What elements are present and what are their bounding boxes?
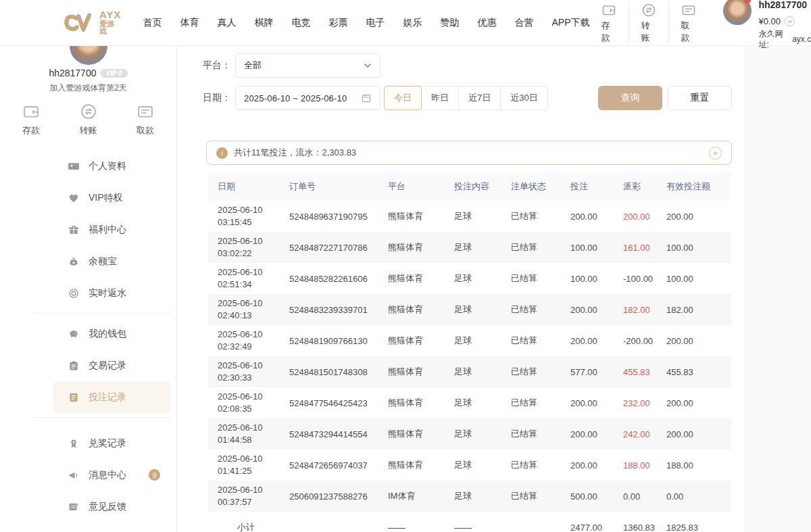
balance-dropdown-icon[interactable]: [785, 16, 795, 26]
cell-order: 5248485282261606: [284, 274, 383, 284]
cell-content: 足球: [449, 397, 506, 409]
cell-valid: 200.00: [661, 398, 731, 408]
sidebar-quick-actions: 存款转账取款: [0, 102, 176, 137]
brand-logo[interactable]: AYX 爱游戏: [64, 9, 121, 36]
cell-order: 5248483239339701: [284, 305, 383, 315]
query-button[interactable]: 查询: [598, 86, 662, 110]
sidebar-item-prize[interactable]: 兑奖记录: [53, 427, 171, 459]
cell-date: 2025-06-1003:15:45: [208, 204, 284, 228]
nav-item-0[interactable]: 首页: [143, 17, 162, 29]
cell-bet: 200.00: [565, 429, 618, 439]
date-range-value: 2025-06-10 ~ 2025-06-10: [244, 93, 361, 103]
sidebar-item-bet-record[interactable]: 投注记录: [53, 381, 171, 413]
sidebar-item-megaphone[interactable]: 消息中心9: [53, 459, 171, 491]
reset-button[interactable]: 重置: [668, 86, 732, 110]
bet-records-table: 日期订单号平台投注内容注单状态投注派彩有效投注额 2025-06-1003:15…: [208, 172, 731, 532]
sidebar-item-feedback[interactable]: 意见反馈: [53, 491, 171, 523]
nav-item-3[interactable]: 棋牌: [254, 17, 273, 29]
cell-platform: 熊猫体育: [383, 428, 449, 440]
sidebar-menu-group-1: 我的钱包交易记录投注记录: [53, 318, 171, 413]
platform-select[interactable]: 全部: [235, 53, 380, 78]
cell-date: 2025-06-1001:41:25: [208, 453, 284, 477]
page: AYX 爱游戏 首页体育真人棋牌电竞彩票电子娱乐赞助优惠合营APP下载 存款转账…: [0, 0, 811, 532]
nav-item-6[interactable]: 电子: [366, 17, 385, 29]
cell-valid: 200.00: [661, 212, 731, 222]
sidebar-item-id-card[interactable]: 个人资料: [53, 150, 171, 182]
cell-content: 足球: [449, 272, 506, 285]
profile-vip-badge: VIP 0: [100, 69, 127, 78]
cell-payout: 161.00: [618, 243, 661, 253]
cell-payout: 232.00: [618, 398, 661, 408]
date-quick-range-group: 今日昨日近7日近30日: [384, 86, 548, 110]
cell-payout: 188.00: [618, 460, 661, 470]
expand-icon[interactable]: +: [709, 147, 722, 160]
sidebar-quick-label: 存款: [22, 124, 40, 137]
range-button-3[interactable]: 近30日: [500, 86, 547, 110]
sidebar-item-transaction[interactable]: 交易记录: [53, 349, 171, 381]
nav-item-4[interactable]: 电竞: [291, 17, 310, 29]
sidebar-item-money-bag[interactable]: 余额宝: [53, 245, 171, 277]
nav-item-9[interactable]: 优惠: [477, 17, 496, 29]
header-action-withdraw[interactable]: 取款: [668, 2, 708, 44]
sidebar: hh2817700 VIP 0 加入爱游戏体育第2天 存款转账取款 个人资料VI…: [0, 46, 177, 532]
range-button-1[interactable]: 昨日: [421, 86, 459, 110]
cell-valid: 0.00: [661, 491, 731, 502]
rebate-icon: [68, 287, 80, 299]
wallet-icon: [68, 328, 80, 340]
table-body: 2025-06-1003:15:455248489637190795熊猫体育足球…: [208, 201, 731, 512]
withdraw-icon: [681, 2, 697, 18]
nav-item-1[interactable]: 体育: [180, 17, 199, 29]
brand-logo-icon: [64, 12, 95, 34]
cell-payout: -100.00: [618, 274, 661, 284]
header-action-transfer[interactable]: 转账: [629, 2, 668, 44]
cell-status: 已结算: [506, 490, 565, 502]
nav-item-5[interactable]: 彩票: [328, 17, 347, 29]
platform-select-value: 全部: [244, 59, 364, 72]
money-bag-icon: [68, 256, 80, 268]
sidebar-quick-deposit[interactable]: 存款: [22, 102, 41, 137]
cell-valid: 188.00: [661, 460, 731, 470]
sidebar-quick-transfer[interactable]: 转账: [79, 102, 98, 137]
cell-bet: 200.00: [565, 460, 618, 470]
subtotal-row: 小计 —— —— 2477.00 1360.83 1825.83: [208, 512, 731, 532]
sidebar-item-gift[interactable]: 福利中心: [53, 214, 171, 245]
cell-date: 2025-06-1002:40:13: [208, 297, 284, 322]
user-avatar[interactable]: [723, 0, 752, 25]
range-button-0[interactable]: 今日: [384, 86, 422, 110]
nav-item-8[interactable]: 赞助: [440, 17, 459, 29]
nav-item-11[interactable]: APP下载: [551, 17, 589, 29]
cell-status: 已结算: [506, 459, 565, 471]
nav-item-10[interactable]: 合营: [514, 17, 533, 29]
cell-bet: 200.00: [565, 305, 618, 315]
cell-platform: 熊猫体育: [383, 366, 449, 378]
subtotal-label: 小计: [208, 521, 284, 532]
cell-bet: 200.00: [565, 398, 618, 408]
range-button-2[interactable]: 近7日: [458, 86, 501, 110]
table-row: 2025-06-1000:37:572506091237588276IM体育足球…: [208, 481, 731, 512]
cell-payout: 200.00: [618, 212, 661, 222]
cell-status: 已结算: [506, 272, 565, 285]
cell-date: 2025-06-1000:37:57: [208, 484, 284, 508]
notification-dot-icon: [745, 0, 751, 3]
column-header-3: 投注内容: [449, 180, 506, 193]
cell-date: 2025-06-1002:51:34: [208, 266, 284, 291]
cell-platform: 熊猫体育: [383, 459, 449, 471]
sidebar-item-vip-heart[interactable]: VIP特权: [53, 182, 171, 214]
header-action-deposit[interactable]: 存款: [589, 2, 629, 44]
cell-content: 足球: [449, 366, 506, 378]
nav-item-7[interactable]: 娱乐: [403, 17, 422, 29]
deposit-icon: [22, 102, 41, 121]
sidebar-quick-withdraw[interactable]: 取款: [136, 102, 155, 137]
balance-amount: ¥0.00: [758, 16, 781, 28]
cell-order: 2506091237588276: [284, 491, 383, 502]
cell-platform: 熊猫体育: [383, 241, 449, 253]
sidebar-item-rebate[interactable]: 实时返水: [53, 277, 171, 309]
date-range-input[interactable]: 2025-06-10 ~ 2025-06-10: [235, 86, 380, 110]
cell-date: 2025-06-1001:44:58: [208, 422, 284, 446]
cell-content: 足球: [449, 428, 506, 440]
nav-item-2[interactable]: 真人: [217, 17, 236, 29]
sidebar-quick-label: 取款: [137, 124, 154, 137]
column-header-6: 派彩: [618, 180, 661, 193]
sidebar-item-wallet[interactable]: 我的钱包: [53, 318, 171, 349]
cell-bet: 100.00: [565, 243, 618, 253]
